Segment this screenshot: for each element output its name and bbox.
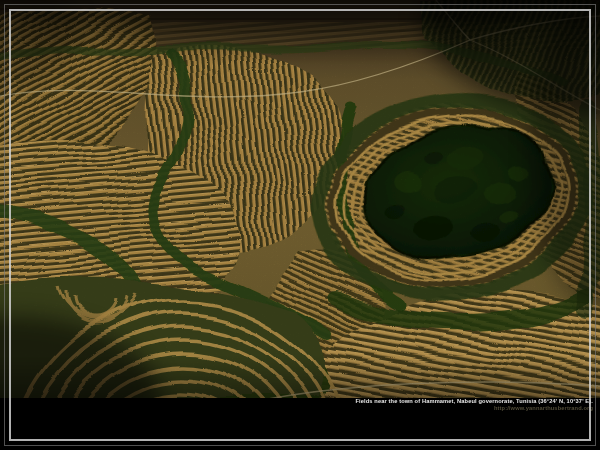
caption-url: http://www.yannarthusbertrand.org bbox=[355, 405, 593, 412]
desktop-wallpaper: Fields near the town of Hammamet, Nabeul… bbox=[0, 0, 600, 450]
aerial-photo bbox=[0, 0, 600, 399]
aerial-photo-illustration bbox=[0, 0, 600, 399]
photo-caption: Fields near the town of Hammamet, Nabeul… bbox=[197, 398, 593, 420]
grain-overlay bbox=[0, 0, 600, 399]
